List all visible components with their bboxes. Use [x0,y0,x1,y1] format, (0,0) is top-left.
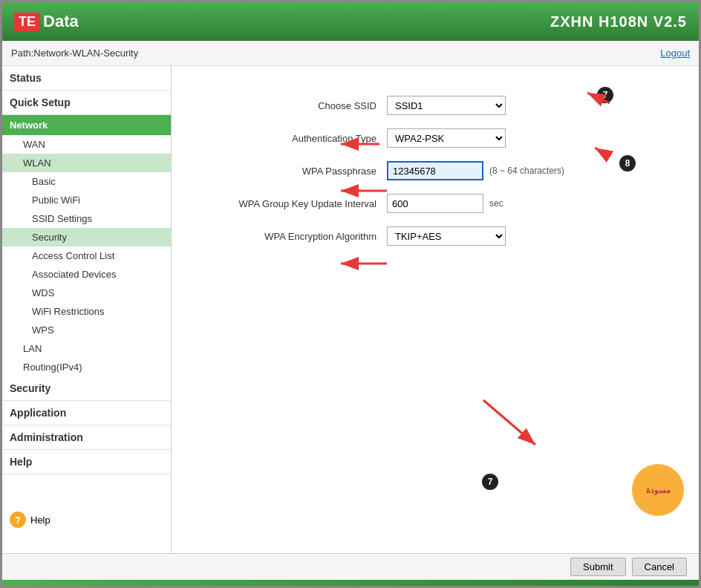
form-row-auth: Authentication Type WPA2-PSK WPA-PSK WPA… [194,128,676,148]
watermark-circle: مسودة [632,464,684,516]
sidebar-item-ssid-settings[interactable]: SSID Settings [2,209,171,228]
group-key-control: sec [387,194,503,213]
sidebar-item-lan[interactable]: LAN [2,339,171,358]
badge-7-ssid: 7 [597,87,613,103]
submit-button[interactable]: Submit [570,558,625,576]
passphrase-control: (8 ~ 64 characters) [387,161,564,180]
help-section: ? Help [2,504,171,535]
auth-type-label: Authentication Type [194,133,387,144]
logout-link[interactable]: Logout [660,48,690,59]
sidebar-item-quick-setup[interactable]: Quick Setup [2,91,171,115]
auth-type-control: WPA2-PSK WPA-PSK WPA2 WEP None [387,128,506,148]
content-area: Choose SSID SSID1 SSID2 SSID3 SSID4 Auth… [172,66,699,553]
group-key-label: WPA Group Key Update Interval [194,198,387,209]
cancel-button[interactable]: Cancel [632,558,687,576]
logo-te: TE [14,13,40,31]
badge-7-submit: 7 [482,474,498,490]
svg-line-6 [483,400,535,445]
sidebar-item-security[interactable]: Security [2,228,171,246]
sidebar-item-wifi-restrictions[interactable]: WiFi Restrictions [2,302,171,321]
passphrase-label: WPA Passphrase [194,166,387,177]
form-row-passphrase: WPA Passphrase (8 ~ 64 characters) [194,161,676,180]
sidebar-item-wlan[interactable]: WLAN [2,154,171,172]
form-row-encryption: WPA Encryption Algorithm TKIP+AES TKIP A… [194,226,676,246]
sidebar-item-acl[interactable]: Access Control List [2,246,171,265]
passphrase-input[interactable] [387,161,483,180]
sidebar-item-status[interactable]: Status [2,66,171,91]
sidebar-item-wan[interactable]: WAN [2,135,171,154]
choose-ssid-label: Choose SSID [194,100,387,111]
sidebar-item-application[interactable]: Application [2,401,171,425]
main-content: Status Quick Setup Network WAN WLAN Basi… [2,66,699,553]
passphrase-hint: (8 ~ 64 characters) [489,166,564,176]
sidebar-item-associated-devices[interactable]: Associated Devices [2,265,171,284]
logo-data: Data [43,12,79,31]
form-row-group-key: WPA Group Key Update Interval sec [194,194,676,213]
sidebar-item-help[interactable]: Help [2,450,171,474]
sidebar-item-administration[interactable]: Administration [2,425,171,450]
watermark-text: مسودة [646,486,671,495]
breadcrumb-bar: Path:Network-WLAN-Security Logout [2,41,699,66]
group-key-unit: sec [489,198,503,209]
sidebar-item-wps[interactable]: WPS [2,321,171,339]
sidebar-item-public-wifi[interactable]: Public WiFi [2,191,171,209]
green-bottom-strip [2,580,699,586]
choose-ssid-control: SSID1 SSID2 SSID3 SSID4 [387,96,506,115]
watermark: مسودة [632,464,684,516]
sidebar-item-network[interactable]: Network [2,115,171,135]
encryption-control: TKIP+AES TKIP AES [387,226,506,246]
sidebar: Status Quick Setup Network WAN WLAN Basi… [2,66,172,553]
router-model: ZXHN H108N V2.5 [550,13,687,30]
encryption-label: WPA Encryption Algorithm [194,231,387,242]
choose-ssid-select[interactable]: SSID1 SSID2 SSID3 SSID4 [387,96,506,115]
header: TE Data ZXHN H108N V2.5 [2,2,699,41]
encryption-select[interactable]: TKIP+AES TKIP AES [387,226,506,246]
help-label: Help [30,514,50,526]
sidebar-item-basic[interactable]: Basic [2,172,171,191]
logo: TE Data [14,12,79,31]
sidebar-item-routing[interactable]: Routing(IPv4) [2,358,171,376]
badge-8-passphrase: 8 [619,155,636,172]
auth-type-select[interactable]: WPA2-PSK WPA-PSK WPA2 WEP None [387,128,506,148]
sidebar-item-security-main[interactable]: Security [2,376,171,401]
bottom-bar: Submit Cancel [2,553,699,580]
help-icon[interactable]: ? [10,512,26,528]
group-key-input[interactable] [387,194,483,213]
breadcrumb: Path:Network-WLAN-Security [11,48,138,59]
sidebar-item-wds[interactable]: WDS [2,284,171,302]
